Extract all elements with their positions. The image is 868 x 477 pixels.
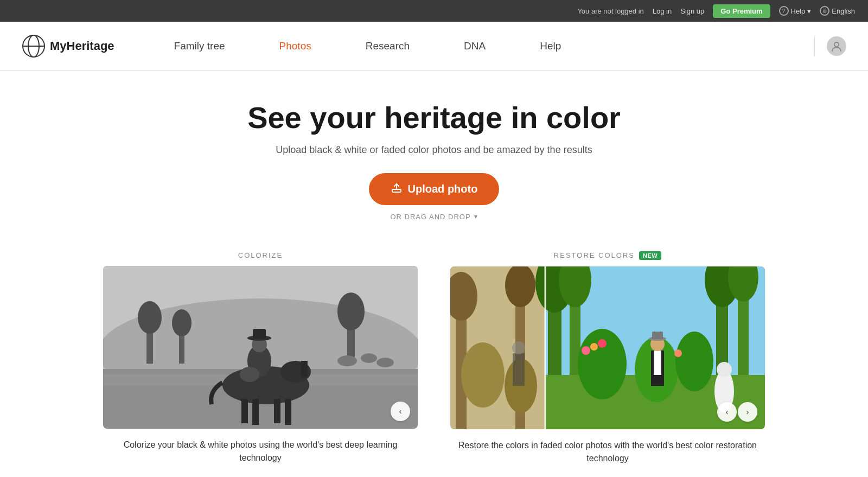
colorize-description: Colorize your black & white photos using… [103, 438, 418, 465]
nav-family-tree[interactable]: Family tree [147, 22, 252, 71]
logo-icon [22, 34, 46, 58]
help-circle-icon: ? [779, 6, 789, 16]
sign-up-link[interactable]: Sign up [680, 7, 704, 15]
navbar: MyHeritage Family tree Photos Research D… [0, 22, 868, 71]
restore-image-container: ‹ › [450, 266, 765, 429]
svg-point-52 [675, 332, 713, 391]
svg-point-53 [582, 346, 590, 355]
restore-label: RESTORE COLORS NEW [450, 251, 765, 260]
restore-nav-next-button[interactable]: › [738, 402, 757, 422]
go-premium-button[interactable]: Go Premium [713, 4, 770, 18]
colorize-photo [103, 266, 418, 429]
colorize-label: COLORIZE [103, 251, 418, 259]
drag-drop-chevron-icon: ▾ [474, 213, 478, 220]
language-selector[interactable]: ⊕ English [820, 6, 855, 16]
hero-title: See your heritage in color [11, 101, 857, 135]
svg-point-55 [598, 339, 607, 348]
help-chevron-icon: ▾ [807, 7, 811, 15]
svg-rect-4 [392, 189, 401, 192]
avatar[interactable] [827, 36, 846, 56]
nav-research[interactable]: Research [339, 22, 437, 71]
restore-description: Restore the colors in faded color photos… [450, 439, 765, 465]
upload-photo-button[interactable]: Upload photo [369, 173, 500, 205]
colorize-nav-prev-button[interactable]: ‹ [391, 402, 410, 421]
svg-rect-61 [652, 332, 663, 339]
nav-divider [814, 36, 815, 56]
nav-photos[interactable]: Photos [252, 22, 339, 71]
colorize-card: COLORIZE [103, 251, 418, 465]
new-badge: NEW [639, 251, 661, 260]
svg-point-54 [590, 343, 598, 351]
logo-text: MyHeritage [50, 39, 114, 53]
hero-subtitle: Upload black & white or faded color phot… [11, 144, 857, 156]
hero-section: See your heritage in color Upload black … [0, 71, 868, 238]
restore-nav-prev-button[interactable]: ‹ [717, 402, 737, 422]
not-logged-in-text: You are not logged in [577, 7, 643, 15]
svg-point-39 [512, 341, 525, 354]
svg-point-36 [461, 342, 505, 408]
svg-point-56 [674, 349, 682, 357]
log-in-link[interactable]: Log in [653, 7, 672, 15]
svg-point-63 [717, 362, 732, 377]
topbar: You are not logged in Log in Sign up Go … [0, 0, 868, 22]
colorize-image-container: ‹ [103, 266, 418, 429]
svg-point-3 [834, 42, 839, 47]
restore-card: RESTORE COLORS NEW [450, 251, 765, 465]
restore-nav-buttons: ‹ › [717, 402, 757, 422]
nav-links: Family tree Photos Research DNA Help [147, 22, 809, 71]
svg-rect-58 [654, 351, 661, 375]
svg-rect-38 [513, 353, 525, 386]
cards-section: COLORIZE [0, 238, 868, 477]
nav-help[interactable]: Help [513, 22, 588, 71]
drag-drop-area[interactable]: OR DRAG AND DROP ▾ [11, 213, 857, 221]
upload-icon [391, 182, 403, 196]
help-dropdown[interactable]: ? Help ▾ [779, 6, 812, 16]
nav-dna[interactable]: DNA [437, 22, 513, 71]
svg-rect-30 [103, 266, 418, 429]
logo[interactable]: MyHeritage [22, 34, 114, 58]
globe-icon: ⊕ [820, 6, 829, 16]
nav-right [809, 36, 846, 56]
